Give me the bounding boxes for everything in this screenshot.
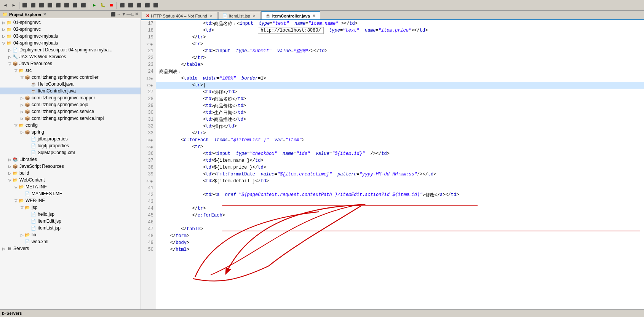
- tree-item-servers[interactable]: ▷ 🖥 Servers: [0, 245, 141, 252]
- tree-item-item-controller[interactable]: ☕ ItemController.java: [0, 88, 141, 94]
- toggle-libraries[interactable]: ▷: [8, 158, 12, 162]
- linenum-42[interactable]: 42: [141, 191, 156, 198]
- tree-item-webxml[interactable]: 📄 web.xml: [0, 238, 141, 245]
- linenum-40[interactable]: 40◉: [141, 178, 155, 185]
- linenum-24[interactable]: 24: [141, 68, 156, 75]
- maximize-icon[interactable]: □: [131, 12, 134, 17]
- tree-item-controller-pkg[interactable]: ▽ 📦 com.itzheng.springmvc.controller: [0, 74, 141, 81]
- linenum-34[interactable]: 34◉: [141, 137, 155, 143]
- tree-item-java-resources[interactable]: ▽ 📦 Java Resources: [0, 60, 141, 67]
- code-editor[interactable]: 17 18 19 20◉ 21 22 23 24 25◉ 26◉ 27 28 2…: [141, 20, 644, 309]
- linenum-31[interactable]: 31: [141, 116, 156, 123]
- toolbar-stop-icon[interactable]: ⏹: [107, 2, 115, 9]
- linenum-28[interactable]: 28: [141, 96, 156, 102]
- close-view-icon[interactable]: ✕: [135, 12, 138, 17]
- linenum-23[interactable]: 23: [141, 61, 156, 68]
- toggle-java-resources[interactable]: ▽: [8, 62, 12, 66]
- tree-item-itemedit-jsp[interactable]: 📄 itemEdit.jsp: [0, 218, 141, 225]
- linenum-20[interactable]: 20◉: [141, 41, 155, 48]
- tree-item-web-inf[interactable]: ▽ 📂 WEB-INF: [0, 197, 141, 204]
- toggle-build[interactable]: ▷: [8, 171, 12, 175]
- tree-item-03[interactable]: ▷ 📁 03-springmvc-mybatis: [0, 33, 141, 40]
- toolbar-icon-11[interactable]: ⬛: [118, 2, 126, 9]
- toolbar-icon-6[interactable]: ⬛: [46, 2, 54, 9]
- toolbar-icon-9[interactable]: ⬛: [71, 2, 79, 9]
- toolbar-run-icon[interactable]: ▶: [91, 2, 98, 9]
- linenum-36[interactable]: 36: [141, 150, 156, 157]
- toolbar-icon-14[interactable]: ⬛: [144, 2, 151, 9]
- view-menu-icon[interactable]: ▼: [121, 12, 126, 17]
- toggle-service-pkg[interactable]: ▷: [20, 110, 24, 114]
- toggle-03[interactable]: ▷: [2, 34, 6, 38]
- toolbar-icon-10[interactable]: ⬛: [80, 2, 87, 9]
- tree-item-01-springmvc[interactable]: ▷ 📁 01-springmvc: [0, 19, 141, 26]
- linenum-47[interactable]: 47: [141, 226, 156, 233]
- tree-item-itemlist-jsp[interactable]: 📄 itemList.jsp: [0, 225, 141, 231]
- linenum-29[interactable]: 29: [141, 102, 156, 109]
- tree-item-lib[interactable]: ▷ 📂 lib: [0, 231, 141, 238]
- minimize-icon[interactable]: —: [126, 12, 131, 17]
- tree-item-04[interactable]: ▽ 📂 04-springmvc-mybatis: [0, 40, 141, 46]
- tab-http404-close[interactable]: ✕: [209, 14, 213, 18]
- linenum-50[interactable]: 50: [141, 246, 156, 253]
- tree-item-manifest[interactable]: 📄 MANIFEST.MF: [0, 190, 141, 197]
- toolbar-icon-15[interactable]: ⬛: [152, 2, 160, 9]
- tree-item-build[interactable]: ▷ 📂 build: [0, 170, 141, 177]
- linenum-32[interactable]: 32: [141, 123, 156, 130]
- linenum-44[interactable]: 44: [141, 205, 156, 212]
- toolbar-icon-1[interactable]: ◀: [2, 2, 9, 9]
- linenum-48[interactable]: 48: [141, 233, 156, 239]
- toolbar-icon-7[interactable]: ⬛: [54, 2, 62, 9]
- tree-item-sqlmap[interactable]: 📄 SqlMapConfig.xml: [0, 149, 141, 156]
- toggle-jaxws[interactable]: ▷: [8, 55, 12, 59]
- toolbar-debug-icon[interactable]: 🐛: [99, 2, 107, 9]
- toggle-deployment[interactable]: ▷: [8, 48, 12, 52]
- tree-item-service-pkg[interactable]: ▷ 📦 com.itzheng.springmvc.service: [0, 108, 141, 115]
- tree-item-jaxws[interactable]: ▷ 🔧 JAX-WS Web Services: [0, 53, 141, 60]
- linenum-30[interactable]: 30: [141, 109, 156, 116]
- toggle-config[interactable]: ▽: [14, 123, 18, 127]
- toolbar-icon-4[interactable]: ⬛: [29, 2, 37, 9]
- tab-itemcontroller[interactable]: ☕ ItemController.java ✕: [261, 11, 320, 19]
- linenum-18[interactable]: 18: [141, 27, 156, 34]
- toggle-src[interactable]: ▽: [14, 68, 18, 73]
- collapse-all-icon[interactable]: ⬛: [110, 12, 116, 17]
- tab-itemlist-close[interactable]: ✕: [252, 14, 256, 18]
- toolbar-icon-2[interactable]: ▶: [10, 2, 18, 9]
- toggle-mapper-pkg[interactable]: ▷: [20, 96, 24, 100]
- tree-item-jdbc-props[interactable]: 📄 jdbc.properties: [0, 135, 141, 142]
- toggle-pojo-pkg[interactable]: ▷: [20, 103, 24, 107]
- linenum-46[interactable]: 46: [141, 219, 156, 226]
- toggle-jsp[interactable]: ▽: [20, 205, 24, 210]
- tab-itemcontroller-close[interactable]: ✕: [312, 14, 316, 18]
- toggle-lib[interactable]: ▷: [20, 233, 24, 237]
- tree-item-spring[interactable]: ▷ 📦 spring: [0, 129, 141, 135]
- linenum-38[interactable]: 38: [141, 164, 156, 171]
- tab-http404[interactable]: ✖ HTTP Status 404 – Not Found ✕: [142, 12, 217, 19]
- linenum-25[interactable]: 25◉: [141, 75, 155, 82]
- linenum-27[interactable]: 27: [141, 89, 156, 96]
- toolbar-icon-12[interactable]: ⬛: [127, 2, 134, 9]
- toggle-service-impl-pkg[interactable]: ▷: [20, 116, 24, 121]
- tree-item-jsp[interactable]: ▽ 📂 jsp: [0, 204, 141, 211]
- linenum-21[interactable]: 21: [141, 48, 156, 54]
- toolbar-icon-13[interactable]: ⬛: [135, 2, 143, 9]
- linenum-43[interactable]: 43: [141, 198, 156, 205]
- toggle-web-inf[interactable]: ▽: [14, 199, 18, 203]
- tree-item-deployment[interactable]: ▷ 📄 Deployment Descriptor: 04-springmvc-…: [0, 46, 141, 53]
- linenum-49[interactable]: 49: [141, 239, 156, 246]
- toolbar-icon-5[interactable]: ⬛: [38, 2, 45, 9]
- tree-item-src[interactable]: ▽ 📂 src: [0, 67, 141, 74]
- tree-item-libraries[interactable]: ▷ 📚 Libraries: [0, 156, 141, 163]
- tree-item-log4j-props[interactable]: 📄 log4j.properties: [0, 142, 141, 149]
- toggle-04[interactable]: ▽: [2, 41, 6, 45]
- tab-itemlist[interactable]: 📄 itemList.jsp ✕: [218, 12, 260, 19]
- linenum-45[interactable]: 45: [141, 212, 156, 219]
- toggle-servers[interactable]: ▷: [2, 247, 6, 251]
- tree-item-hello-java[interactable]: ☕ HelloControll.java: [0, 81, 141, 88]
- tree-item-webcontent[interactable]: ▽ 📂 WebContent: [0, 177, 141, 183]
- tree-item-pojo-pkg[interactable]: ▷ 📦 com.itzheng.springmvc.pojo: [0, 101, 141, 108]
- linenum-37[interactable]: 37: [141, 157, 156, 164]
- linenum-26[interactable]: 26◉: [141, 82, 155, 89]
- toolbar-icon-3[interactable]: ⬛: [21, 2, 29, 9]
